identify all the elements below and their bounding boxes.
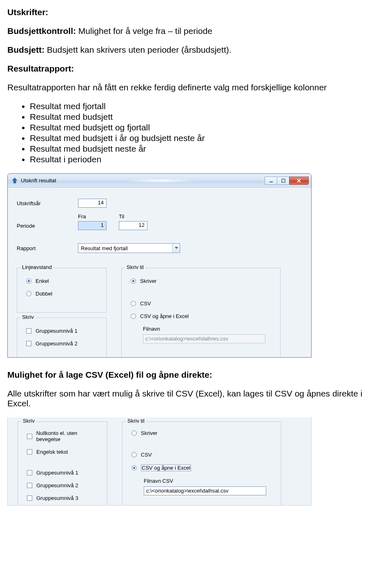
check-label-nullkonto: Nullkonto el. uten bevegelse <box>36 430 101 442</box>
group-skriv-2: Skriv Nullkonto el. uten bevegelse Engel… <box>18 421 107 505</box>
doc-bold-budsjett: Budsjett: <box>7 45 45 54</box>
app-icon <box>11 177 18 184</box>
radio-skriver-2[interactable]: Skriver <box>131 430 275 436</box>
dialog-skriv-crop: Skriv Nullkonto el. uten bevegelse Engel… <box>7 417 312 506</box>
doc-bullet-item: Resultat med budsjett i år og budsjett n… <box>30 133 385 143</box>
radio-icon <box>131 465 137 470</box>
dialog-body: Utskriftsår 14 Fra Til Periode 1 12 Rapp… <box>8 188 311 357</box>
doc-line-5: Alle utskrifter som har vært mulig å skr… <box>7 389 385 408</box>
input-periode-fra[interactable]: 1 <box>78 221 107 230</box>
input-periode-til[interactable]: 12 <box>119 221 147 230</box>
checkbox-icon <box>26 328 31 334</box>
check-gruppesum2[interactable]: Gruppesumnivå 2 <box>26 341 100 347</box>
check-label-g1-2: Gruppesumnivå 1 <box>36 470 78 476</box>
radio-skriver[interactable]: Skriver <box>131 278 274 284</box>
check-g2-2[interactable]: Gruppesumnivå 2 <box>27 482 101 488</box>
group-skrivtil-2: Skriv til Skriver CSV CSV og åpne i Exce… <box>122 421 281 505</box>
doc-bullet-list: Resultat med fjortall Resultat med budsj… <box>7 101 385 164</box>
group-linjeavstand: Linjeavstand Enkel Dobbel <box>17 268 107 313</box>
doc-line-budsjettkontroll: Budsjettkontroll: Mulighet for å velge f… <box>7 26 385 36</box>
doc-bullet-item: Resultat med fjortall <box>30 101 385 111</box>
radio-csv[interactable]: CSV <box>131 300 274 307</box>
radio-icon <box>26 291 31 296</box>
combo-rapport[interactable]: Resultat med fjortall <box>78 243 180 253</box>
maximize-button[interactable] <box>277 177 289 185</box>
doc-line-budsjett: Budsjett: Budsjett kan skrivers uten per… <box>7 45 385 55</box>
label-filnavncsv: Filnavn CSV <box>144 478 275 484</box>
radio-icon <box>131 430 137 436</box>
combo-rapport-value: Resultat med fjortall <box>78 244 172 252</box>
check-nullkonto[interactable]: Nullkonto el. uten bevegelse <box>27 430 101 442</box>
checkbox-icon <box>26 341 31 346</box>
label-rapport: Rapport <box>17 245 66 251</box>
label-fra: Fra <box>78 213 119 220</box>
check-label-g1: Gruppesumnivå 1 <box>36 328 78 334</box>
radio-enkel[interactable]: Enkel <box>26 278 100 284</box>
doc-heading-csv: Mulighet for å lage CSV (Excel) fil og å… <box>7 370 385 380</box>
svg-rect-0 <box>270 181 273 182</box>
titlebar[interactable]: Utskrift resultat <box>8 174 311 188</box>
svg-rect-1 <box>282 179 285 182</box>
radio-label-dobbel: Dobbel <box>36 291 52 297</box>
radio-csv-open-2[interactable]: CSV og åpne i Excel <box>131 464 275 471</box>
legend-skrivtil: Skriv til <box>125 264 145 270</box>
radio-label-skriver: Skriver <box>140 278 156 284</box>
radio-icon <box>131 278 136 284</box>
checkbox-icon <box>27 495 32 501</box>
doc-text-2: Budsjett kan skrivers uten perioder (års… <box>45 45 232 54</box>
doc-line-4: Resultatrapporten har nå fått en rekke f… <box>7 83 385 92</box>
check-label-g2: Gruppesumnivå 2 <box>36 341 78 347</box>
doc-bold-budsjettkontroll: Budsjettkontroll: <box>7 26 76 36</box>
radio-icon <box>131 452 137 457</box>
label-utskriftsar: Utskriftsår <box>17 200 66 206</box>
radio-label-skriver-2: Skriver <box>141 430 157 436</box>
checkbox-icon <box>27 434 32 439</box>
radio-icon <box>131 314 136 319</box>
input-utskriftsar[interactable]: 14 <box>78 199 107 208</box>
doc-bullet-item: Resultat med budsjett <box>30 112 385 122</box>
radio-label-csv: CSV <box>140 300 151 307</box>
check-label-engelsk: Engelsk tekst <box>36 449 68 455</box>
minimize-button[interactable] <box>265 177 277 185</box>
doc-line-resultatrapport: Resultatrapport: <box>7 64 385 74</box>
chevron-down-icon[interactable] <box>172 244 180 253</box>
legend-skrivtil-2: Skriv til <box>126 418 146 424</box>
legend-skriv-2: Skriv <box>21 418 36 424</box>
doc-text-1: Mulighet for å velge fra – til periode <box>76 26 212 36</box>
radio-label-csvopen: CSV og åpne i Excel <box>140 313 189 319</box>
radio-csv-2[interactable]: CSV <box>131 452 275 458</box>
doc-heading-utskrifter: Utskrifter: <box>7 7 385 17</box>
group-skrivtil: Skriv til Skriver CSV CSV og åpne i Exce… <box>121 268 281 357</box>
check-engelsk[interactable]: Engelsk tekst <box>27 449 101 455</box>
doc-bullet-item: Resultat i perioden <box>30 155 385 164</box>
radio-dobbel[interactable]: Dobbel <box>26 291 100 297</box>
check-label-g3-2: Gruppesumnivå 3 <box>36 495 78 501</box>
checkbox-icon <box>27 470 32 475</box>
label-til: Til <box>119 213 160 220</box>
radio-label-csvopen-2: CSV og åpne i Excel <box>141 464 191 471</box>
checkbox-icon <box>27 449 32 455</box>
window-title: Utskrift resultat <box>21 177 56 184</box>
doc-bold-resultatrapport: Resultatrapport: <box>7 64 74 73</box>
doc-bullet-item: Resultat med budsjett neste år <box>30 144 385 154</box>
close-button[interactable] <box>289 177 309 185</box>
check-g1-2[interactable]: Gruppesumnivå 1 <box>27 470 101 476</box>
label-periode: Periode <box>17 223 66 229</box>
dialog-utskrift-resultat: Utskrift resultat Utskriftsår 14 <box>7 173 312 358</box>
radio-label-csv-2: CSV <box>141 452 152 458</box>
check-gruppesum1[interactable]: Gruppesumnivå 1 <box>26 328 100 334</box>
input-filnavn-2[interactable]: c:\<orionkatalog>\excel\dalhsal.csv <box>144 486 266 495</box>
legend-linjeavstand: Linjeavstand <box>20 264 53 270</box>
radio-csv-open[interactable]: CSV og åpne i Excel <box>131 313 274 319</box>
radio-icon <box>131 301 136 306</box>
label-filnavn: Filnavn <box>143 326 274 332</box>
radio-label-enkel: Enkel <box>36 278 49 284</box>
legend-skriv: Skriv <box>20 314 36 320</box>
checkbox-icon <box>27 483 32 488</box>
radio-icon <box>26 278 31 284</box>
doc-bullet-item: Resultat med budsjett og fjortall <box>30 123 385 132</box>
check-g3-2[interactable]: Gruppesumnivå 3 <box>27 495 101 501</box>
group-skriv: Skriv Gruppesumnivå 1 Gruppesumnivå 2 <box>17 318 107 357</box>
check-label-g2-2: Gruppesumnivå 2 <box>36 482 78 488</box>
input-filnavn: c:\<orionkatalog>\excel\dalhres.csv <box>143 334 265 343</box>
